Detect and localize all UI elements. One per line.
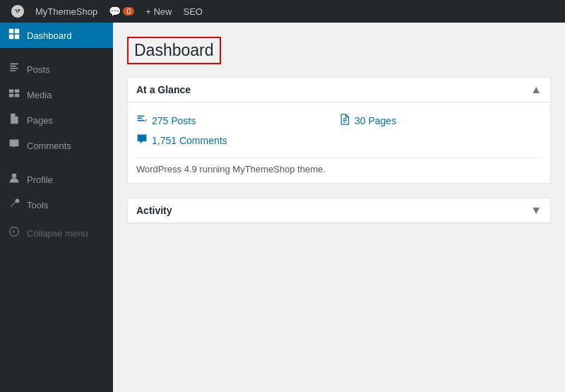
sidebar-item-profile[interactable]: Profile bbox=[0, 167, 113, 192]
sidebar-menu: Dashboard Posts Media Pages bbox=[0, 23, 113, 218]
sidebar-divider-2 bbox=[0, 158, 113, 167]
activity-header: Activity ▼ bbox=[128, 198, 550, 223]
sidebar-item-pages[interactable]: Pages bbox=[0, 107, 113, 133]
pages-count: 30 Pages bbox=[355, 115, 396, 126]
wp-description: WordPress 4.9 running MyThemeShop theme. bbox=[136, 158, 542, 174]
posts-count: 275 Posts bbox=[152, 115, 196, 126]
sidebar-divider-1 bbox=[0, 48, 113, 57]
collapse-menu-button[interactable]: Collapse menu bbox=[0, 220, 113, 246]
activity-toggle[interactable]: ▼ bbox=[530, 204, 542, 217]
media-icon bbox=[7, 88, 21, 102]
svg-rect-0 bbox=[9, 29, 13, 33]
svg-rect-6 bbox=[9, 94, 13, 97]
at-a-glance-stats: 275 Posts 30 Pages 1,751 C bbox=[136, 111, 542, 150]
comments-sidebar-icon bbox=[7, 138, 21, 153]
collapse-icon bbox=[7, 226, 21, 240]
comments-icon: 💬 bbox=[109, 6, 121, 17]
wp-logo-button[interactable] bbox=[6, 0, 30, 23]
sidebar-item-dashboard[interactable]: Dashboard bbox=[0, 23, 113, 48]
new-label: + New bbox=[145, 6, 172, 17]
sidebar-item-dashboard-label: Dashboard bbox=[27, 30, 72, 41]
app-layout: Dashboard Posts Media Pages bbox=[0, 23, 565, 392]
activity-title: Activity bbox=[136, 205, 172, 216]
pages-stat-icon bbox=[339, 114, 350, 128]
main-content: Dashboard At a Glance ▲ 275 Posts bbox=[113, 23, 565, 392]
at-a-glance-title: At a Glance bbox=[136, 84, 191, 95]
sidebar-item-tools[interactable]: Tools bbox=[0, 192, 113, 218]
sidebar: Dashboard Posts Media Pages bbox=[0, 23, 113, 392]
seo-label: SEO bbox=[184, 6, 203, 17]
posts-icon bbox=[7, 62, 21, 76]
sidebar-item-tools-label: Tools bbox=[27, 200, 48, 210]
sidebar-item-media[interactable]: Media bbox=[0, 82, 113, 107]
sidebar-item-pages-label: Pages bbox=[27, 115, 53, 126]
sidebar-item-posts[interactable]: Posts bbox=[0, 57, 113, 82]
sidebar-item-posts-label: Posts bbox=[27, 64, 50, 75]
posts-stat-icon bbox=[136, 114, 148, 128]
sidebar-item-comments[interactable]: Comments bbox=[0, 133, 113, 158]
site-name-label: MyThemeShop bbox=[35, 6, 97, 17]
svg-rect-5 bbox=[15, 89, 19, 93]
sidebar-item-comments-label: Comments bbox=[27, 141, 71, 151]
comments-stat[interactable]: 1,751 Comments bbox=[136, 131, 339, 150]
sidebar-item-media-label: Media bbox=[27, 90, 52, 100]
comments-count-badge: 0 bbox=[123, 7, 134, 16]
new-content-button[interactable]: + New bbox=[140, 0, 177, 23]
pages-icon bbox=[7, 113, 21, 127]
at-a-glance-header: At a Glance ▲ bbox=[128, 78, 550, 102]
page-title: Dashboard bbox=[129, 38, 220, 63]
collapse-menu-label: Collapse menu bbox=[27, 228, 88, 239]
svg-rect-7 bbox=[15, 94, 19, 97]
page-title-wrap: Dashboard bbox=[127, 37, 221, 64]
dashboard-icon bbox=[7, 28, 21, 42]
wp-logo-icon bbox=[11, 5, 24, 18]
svg-rect-2 bbox=[9, 35, 13, 39]
tools-icon bbox=[7, 198, 21, 212]
main-inner: Dashboard At a Glance ▲ 275 Posts bbox=[113, 23, 565, 252]
site-name-button[interactable]: MyThemeShop bbox=[30, 0, 103, 23]
at-a-glance-widget: At a Glance ▲ 275 Posts bbox=[127, 77, 551, 184]
seo-button[interactable]: SEO bbox=[178, 0, 208, 23]
svg-rect-3 bbox=[15, 35, 19, 39]
svg-rect-1 bbox=[15, 29, 19, 33]
at-a-glance-toggle[interactable]: ▲ bbox=[530, 83, 542, 96]
svg-rect-4 bbox=[9, 89, 13, 93]
sidebar-item-profile-label: Profile bbox=[27, 174, 53, 185]
comments-stat-icon bbox=[136, 133, 148, 148]
activity-widget: Activity ▼ bbox=[127, 198, 551, 224]
admin-bar: MyThemeShop 💬 0 + New SEO bbox=[0, 0, 565, 23]
at-a-glance-content: 275 Posts 30 Pages 1,751 C bbox=[128, 102, 550, 183]
posts-stat[interactable]: 275 Posts bbox=[136, 111, 339, 131]
comments-count: 1,751 Comments bbox=[152, 135, 227, 146]
pages-stat[interactable]: 30 Pages bbox=[339, 111, 542, 131]
profile-icon bbox=[7, 172, 21, 186]
svg-point-8 bbox=[12, 174, 16, 178]
comments-button[interactable]: 💬 0 bbox=[103, 0, 140, 23]
